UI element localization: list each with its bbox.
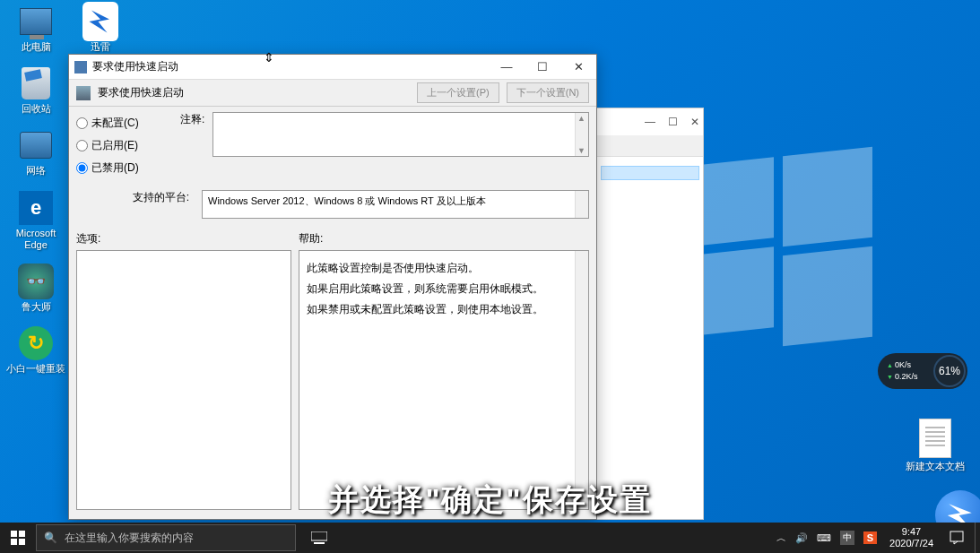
help-label: 帮助: (299, 231, 589, 246)
desktop-icon-edge[interactable]: e Microsoft Edge (5, 190, 66, 251)
edge-icon: e (19, 191, 53, 225)
help-line: 如果启用此策略设置，则系统需要启用休眠模式。 (307, 279, 581, 299)
desktop-icon-ludashi[interactable]: 鲁大师 (5, 264, 66, 313)
icon-label: 鲁大师 (5, 301, 66, 313)
taskbar-search[interactable]: 🔍 在这里输入你要搜索的内容 (36, 524, 296, 551)
desktop-icon-recycle-bin[interactable]: 回收站 (5, 65, 66, 115)
tray-ime-indicator[interactable]: 中 (840, 531, 854, 545)
ludashi-icon (18, 264, 54, 299)
windows-logo-bg (693, 161, 872, 341)
prev-setting-button[interactable]: 上一个设置(P) (417, 82, 499, 103)
radio-disabled[interactable]: 已禁用(D) (76, 160, 171, 176)
policy-icon (76, 86, 91, 100)
desktop-icon-xiaobai[interactable]: 小白一键重装 (5, 325, 66, 375)
bg-maximize-button[interactable]: ☐ (668, 116, 678, 128)
tray-chevron-up-icon[interactable]: ︿ (776, 531, 786, 545)
memory-percent: 61% (933, 355, 966, 387)
svg-rect-4 (311, 531, 327, 540)
show-desktop-button[interactable] (975, 523, 980, 553)
comment-textarea[interactable] (212, 112, 589, 157)
desktop-icon-xunlei[interactable]: 迅雷 (70, 4, 131, 53)
options-label: 选项: (76, 231, 299, 246)
pc-icon (20, 8, 52, 35)
xunlei-icon (82, 2, 118, 41)
background-window[interactable]: — ☐ ✕ (596, 108, 704, 520)
help-line: 此策略设置控制是否使用快速启动。 (307, 258, 581, 279)
scrollbar[interactable] (575, 251, 588, 509)
search-placeholder: 在这里输入你要搜索的内容 (65, 531, 194, 546)
icon-label: Microsoft Edge (5, 228, 66, 251)
xiaobai-icon (19, 326, 53, 360)
svg-rect-6 (950, 531, 963, 541)
policy-dialog: 要求使用快速启动 — ☐ ✕ 要求使用快速启动 上一个设置(P) 下一个设置(N… (68, 54, 597, 520)
help-panel: 此策略设置控制是否使用快速启动。 如果启用此策略设置，则系统需要启用休眠模式。 … (299, 250, 589, 510)
radio-unconfigured[interactable]: 未配置(C) (76, 116, 171, 131)
tray-keyboard-icon[interactable]: ⌨ (817, 532, 831, 544)
icon-label: 新建文本文档 (905, 461, 966, 472)
svg-rect-3 (19, 539, 25, 545)
performance-widget[interactable]: 0K/s 0.2K/s 61% (878, 353, 967, 389)
close-button[interactable]: ✕ (560, 55, 596, 80)
policy-header-label: 要求使用快速启动 (98, 85, 410, 100)
text-file-icon (919, 419, 951, 458)
video-caption: 并选择"确定"保存设置 (328, 480, 651, 521)
svg-rect-1 (19, 531, 25, 537)
taskbar-clock[interactable]: 9:47 2020/7/24 (884, 526, 939, 549)
icon-label: 迅雷 (70, 41, 131, 53)
platform-text: Windows Server 2012、Windows 8 或 Windows … (208, 195, 486, 206)
recycle-bin-icon (22, 67, 50, 99)
options-panel (76, 250, 291, 510)
bg-toolbar (597, 135, 703, 157)
dialog-icon (74, 61, 87, 73)
network-icon (20, 132, 52, 159)
download-speed: 0.2K/s (887, 371, 933, 383)
bg-selected-item[interactable] (601, 166, 699, 180)
dialog-title: 要求使用快速启动 (92, 59, 489, 74)
icon-label: 此电脑 (5, 41, 66, 53)
bg-close-button[interactable]: ✕ (690, 116, 699, 128)
bg-minimize-button[interactable]: — (645, 116, 655, 128)
clock-date: 2020/7/24 (889, 538, 933, 549)
resize-cursor-icon: ⇕ (264, 50, 274, 65)
svg-rect-2 (11, 539, 17, 545)
config-radio-group: 未配置(C) 已启用(E) 已禁用(D) (76, 112, 171, 183)
next-setting-button[interactable]: 下一个设置(N) (507, 82, 589, 103)
action-center-button[interactable] (939, 523, 975, 553)
maximize-button[interactable]: ☐ (525, 55, 560, 80)
help-line: 如果禁用或未配置此策略设置，则使用本地设置。 (307, 299, 581, 320)
platform-label: 支持的平台: (76, 190, 193, 205)
svg-rect-5 (314, 542, 325, 544)
desktop-icon-new-text[interactable]: 新建文本文档 (905, 418, 966, 472)
icon-label: 小白一键重装 (5, 363, 66, 375)
tray-sogou-icon[interactable]: S (863, 531, 877, 544)
clock-time: 9:47 (889, 526, 933, 538)
system-tray: ︿ 🔊 ⌨ 中 S (769, 531, 884, 545)
comment-label: 注释: (180, 112, 207, 127)
net-speed-stats: 0K/s 0.2K/s (878, 359, 933, 382)
task-view-button[interactable] (301, 523, 337, 553)
desktop-icon-network[interactable]: 网络 (5, 127, 66, 177)
radio-enabled[interactable]: 已启用(E) (76, 138, 171, 153)
icon-label: 回收站 (5, 103, 66, 115)
search-icon: 🔍 (44, 531, 57, 544)
scrollbar[interactable] (575, 113, 588, 156)
start-button[interactable] (0, 523, 36, 553)
desktop-icon-this-pc[interactable]: 此电脑 (5, 4, 66, 53)
svg-rect-0 (11, 531, 17, 537)
dialog-toolbar: 要求使用快速启动 上一个设置(P) 下一个设置(N) (69, 80, 596, 107)
platform-text-box: Windows Server 2012、Windows 8 或 Windows … (202, 190, 589, 219)
taskbar: 🔍 在这里输入你要搜索的内容 ︿ 🔊 ⌨ 中 S 9:47 2020/7/24 (0, 523, 980, 553)
scrollbar[interactable] (575, 191, 588, 218)
minimize-button[interactable]: — (489, 55, 525, 80)
dialog-titlebar[interactable]: 要求使用快速启动 — ☐ ✕ (69, 55, 596, 80)
icon-label: 网络 (5, 165, 66, 177)
tray-volume-icon[interactable]: 🔊 (795, 532, 808, 544)
upload-speed: 0K/s (887, 359, 933, 371)
